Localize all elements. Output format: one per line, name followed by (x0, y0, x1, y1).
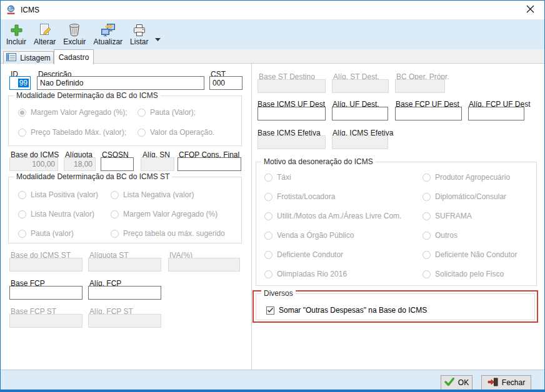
radio-icon (422, 174, 431, 182)
incluir-label: Incluir (6, 37, 26, 46)
radio-diplomatico-consular: Diplomático/Consular (422, 192, 506, 201)
radio-label: Pauta (Valor); (150, 108, 196, 117)
group-diversos: Diversos Somar "Outras Despesas" na Base… (256, 293, 535, 320)
aliq-fcp-uf-dest-field[interactable] (468, 107, 524, 120)
radio-icon (264, 270, 272, 278)
radio-outros: Outros (422, 231, 458, 240)
aliquota-field (64, 157, 96, 171)
group-diversos-title: Diversos (261, 289, 296, 298)
iva-field (168, 258, 240, 272)
radio-lista-positiva: Lista Positiva (valor) (18, 190, 98, 199)
radio-icon (18, 129, 26, 137)
radio-label: Preço tabela ou máx. sugerido (123, 229, 225, 238)
tab-listagem[interactable]: Listagem (3, 51, 54, 64)
radio-label: Utilit./Motos da Am./Áreas Livre Com. (277, 212, 401, 220)
tab-listagem-label: Listagem (20, 54, 51, 62)
radio-icon (264, 251, 272, 259)
radio-lista-negativa: Lista Negativa (valor) (111, 190, 194, 199)
base-fcp-st-field (9, 314, 82, 328)
radio-solicitado-pelo-fisco: Solicitado pelo Fisco (422, 270, 504, 278)
radio-preco-tabelado: Preço Tabelado Máx. (valor); (18, 128, 126, 137)
radio-deficiente-condutor: Deficiente Condutor (264, 250, 343, 259)
radio-label: Pauta (valor) (31, 229, 74, 238)
radio-label: Produtor Agropecuário (435, 173, 510, 182)
listar-button[interactable]: Listar (126, 21, 152, 49)
ok-button[interactable]: OK (441, 375, 472, 390)
tab-strip: Listagem Cadastro (1, 49, 544, 64)
radio-lista-neutra: Lista Neutra (valor) (18, 210, 94, 218)
base-st-destino-field (258, 79, 326, 93)
close-button[interactable] (516, 1, 544, 19)
list-icon (6, 53, 16, 63)
plus-icon (10, 22, 23, 37)
radio-icon (264, 193, 272, 201)
app-logo-icon (6, 5, 16, 15)
id-selected-text: 99 (18, 79, 29, 87)
radio-margem-valor-agregado-st: Margem Valor Agregado (%) (111, 210, 218, 218)
radio-margem-valor-agregado: Margem Valor Agregado (%); (18, 108, 128, 117)
cadastro-panel: ID Descrição CST 99 Modalidade Determina… (1, 64, 544, 370)
radio-label: Outros (435, 231, 458, 240)
csosn-field[interactable] (101, 157, 134, 171)
radio-label: Deficiente Não Condutor (435, 250, 517, 259)
close-icon (526, 4, 534, 16)
checkbox-label: Somar "Outras Despesas" na Base do ICMS (279, 306, 427, 315)
refresh-computers-icon (101, 22, 116, 37)
radio-pauta-st: Pauta (valor) (18, 229, 74, 238)
cfop-field[interactable] (178, 157, 241, 171)
radio-preco-tabela-max: Preço tabela ou máx. sugerido (111, 229, 225, 238)
radio-label: SUFRAMA (435, 212, 472, 220)
bc-oper-propr-field (395, 79, 445, 93)
group-mod-bc-icms-st: Modalidade Determinação da BC do ICMS ST… (8, 177, 242, 243)
group-mod-bc-icms: Modalidade Determinação da BC do ICMS Ma… (8, 96, 242, 146)
descricao-field[interactable] (37, 76, 204, 90)
radio-suframa: SUFRAMA (422, 212, 472, 220)
radio-venda-orgao-publico: Venda a Órgão Público (264, 231, 354, 240)
radio-label: Margem Valor Agregado (%) (123, 210, 218, 218)
incluir-button[interactable]: Incluir (2, 21, 30, 49)
radio-icon (138, 109, 146, 117)
fechar-button[interactable]: Fechar (481, 375, 531, 390)
excluir-button[interactable]: Excluir (59, 21, 89, 49)
printer-icon (132, 22, 146, 37)
tab-cadastro-label: Cadastro (59, 53, 89, 62)
aliq-fcp-field[interactable] (88, 286, 161, 300)
aliq-st-dest-field (332, 79, 389, 93)
listar-label: Listar (130, 37, 148, 46)
base-fcp-uf-dest-field[interactable] (395, 107, 462, 120)
radio-icon (111, 230, 119, 238)
atualizar-label: Atualizar (93, 37, 122, 46)
edit-icon (38, 22, 52, 37)
group-motivo-desoneracao: Motivo da desoneração do ICMS Táxi Produ… (256, 162, 537, 286)
aliquota-st-field (88, 258, 161, 272)
radio-icon (18, 191, 26, 199)
group-motivo-title: Motivo da desoneração do ICMS (261, 157, 376, 166)
radio-icon (111, 210, 119, 218)
somar-outras-despesas-checkbox[interactable]: Somar "Outras Despesas" na Base do ICMS (266, 306, 427, 315)
radio-olimpiadas-rio-2016: Olimpíadas Rio 2016 (264, 270, 347, 278)
radio-pauta-valor: Pauta (Valor); (138, 108, 196, 117)
alterar-button[interactable]: Alterar (30, 21, 59, 49)
checkbox-checked-icon (266, 306, 274, 315)
atualizar-button[interactable]: Atualizar (89, 21, 126, 49)
radio-label: Margem Valor Agregado (%); (31, 108, 128, 117)
icms-dialog-window: ICMS Incluir Alterar (0, 0, 545, 392)
toolbar: Incluir Alterar Excluir (1, 19, 544, 49)
id-field[interactable]: 99 (9, 76, 31, 90)
titlebar: ICMS (1, 1, 544, 19)
cst-field[interactable] (209, 76, 242, 90)
base-fcp-field[interactable] (9, 286, 82, 300)
exit-door-icon (488, 378, 498, 388)
toolbar-dropdown-arrow-icon[interactable] (155, 32, 161, 44)
radio-taxi: Táxi (264, 173, 291, 182)
radio-label: Diplomático/Consular (435, 192, 506, 201)
radio-label: Deficiente Condutor (277, 250, 343, 259)
aliq-icms-efetiva-field (332, 135, 388, 149)
radio-icon (18, 210, 26, 218)
base-icms-uf-dest-field[interactable] (258, 107, 326, 120)
radio-icon (422, 251, 431, 259)
tab-cadastro[interactable]: Cadastro (54, 49, 94, 64)
aliq-uf-dest-field[interactable] (332, 107, 388, 120)
panel-divider (251, 64, 252, 370)
window-title: ICMS (21, 6, 39, 14)
